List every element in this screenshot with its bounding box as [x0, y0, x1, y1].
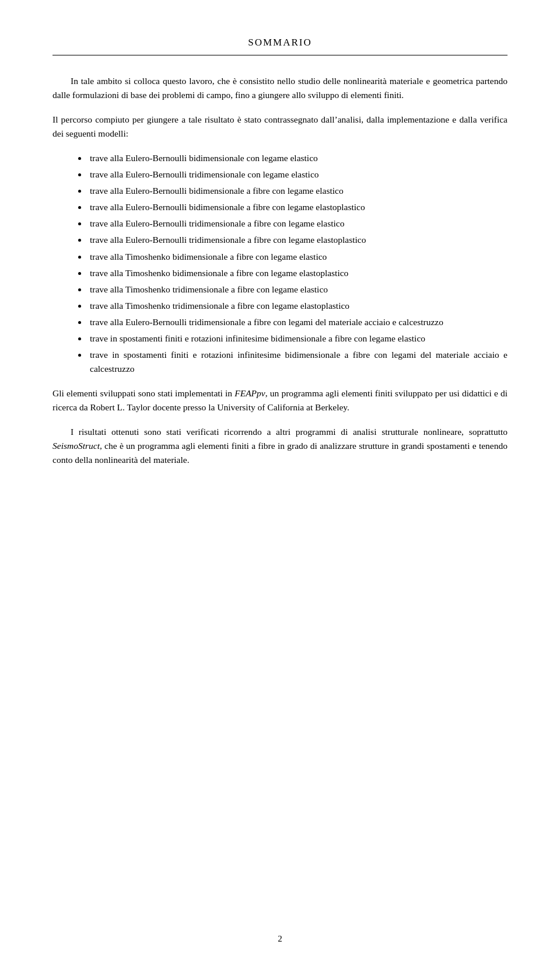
list-intro-paragraph: Il percorso compiuto per giungere a tale… [52, 113, 508, 141]
list-item: trave alla Timoshenko bidimensionale a f… [88, 250, 508, 264]
model-list: trave alla Eulero-Bernoulli bidimensiona… [88, 151, 508, 375]
list-item: trave alla Timoshenko bidimensionale a f… [88, 266, 508, 280]
results-text: I risultati ottenuti sono stati verifica… [52, 427, 508, 465]
page-header: Sommario [52, 35, 508, 55]
list-item: trave alla Eulero-Bernoulli tridimension… [88, 315, 508, 329]
page-number: 2 [0, 932, 560, 946]
seismostruct-italic: SeismoStruct [52, 441, 100, 451]
list-item: trave alla Eulero-Bernoulli bidimensiona… [88, 200, 508, 214]
intro-paragraph: In tale ambito si colloca questo lavoro,… [52, 74, 508, 102]
list-item: trave in spostamenti finiti e rotazioni … [88, 348, 508, 376]
intro-text: In tale ambito si colloca questo lavoro,… [52, 76, 508, 100]
feappv-text: Gli elementi sviluppati sono stati imple… [52, 388, 508, 412]
list-item: trave alla Eulero-Bernoulli bidimensiona… [88, 151, 508, 165]
list-item: trave in spostamenti finiti e rotazioni … [88, 332, 508, 346]
results-paragraph: I risultati ottenuti sono stati verifica… [52, 425, 508, 467]
list-item: trave alla Timoshenko tridimensionale a … [88, 283, 508, 297]
page: Sommario In tale ambito si colloca quest… [0, 0, 560, 969]
list-item: trave alla Eulero-Bernoulli bidimensiona… [88, 184, 508, 198]
feappv-italic: FEAPpv [235, 388, 265, 398]
list-item: trave alla Eulero-Bernoulli tridimension… [88, 217, 508, 231]
list-item: trave alla Timoshenko tridimensionale a … [88, 299, 508, 313]
feappv-paragraph: Gli elementi sviluppati sono stati imple… [52, 386, 508, 414]
list-item: trave alla Eulero-Bernoulli tridimension… [88, 168, 508, 182]
list-intro-text: Il percorso compiuto per giungere a tale… [52, 114, 508, 138]
main-content: In tale ambito si colloca questo lavoro,… [52, 74, 508, 466]
list-item: trave alla Eulero-Bernoulli tridimension… [88, 233, 508, 247]
page-title: Sommario [52, 35, 508, 50]
header-rule [52, 55, 508, 55]
